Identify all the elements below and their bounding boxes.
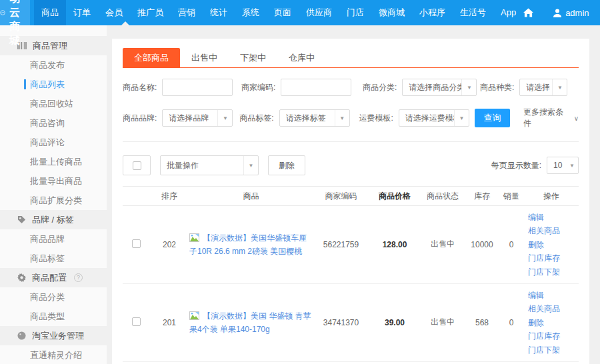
op-link[interactable]: 删除 xyxy=(528,316,544,329)
op-link[interactable]: 相关商品 xyxy=(528,302,560,315)
nav-item[interactable]: 订单 xyxy=(66,0,98,25)
user-menu[interactable]: admin xyxy=(553,8,589,18)
sidebar-item[interactable]: 批量上传商品 xyxy=(0,152,107,171)
sidebar-item[interactable]: 批量导出商品 xyxy=(0,171,107,191)
product-name-input[interactable] xyxy=(162,79,233,96)
nav-item[interactable]: 系统 xyxy=(235,0,267,25)
table-row: 202【演示数据】美国华盛顿车厘子10R 26.6 mm 2磅装 美国樱桃562… xyxy=(123,206,579,284)
column-header: 库存 xyxy=(465,191,499,202)
status-badge: 出售中 xyxy=(420,239,465,250)
filter-category: 商品分类: 请选择商品分类 ▼ xyxy=(363,79,480,96)
user-icon xyxy=(553,9,561,17)
nav-item[interactable]: 统计 xyxy=(203,0,235,25)
op-link[interactable]: 门店库存 xyxy=(528,251,560,265)
op-link[interactable]: 相关商品 xyxy=(528,224,560,237)
nav-item[interactable]: 推广员 xyxy=(130,0,171,25)
filter-label: 商品名称: xyxy=(123,82,157,93)
select-all-checkbox[interactable] xyxy=(133,161,141,170)
help-icon[interactable]: ? xyxy=(74,273,83,282)
column-header: 商品状态 xyxy=(420,191,465,202)
nav-item[interactable]: 门店 xyxy=(339,0,371,25)
op-link[interactable]: 门店下架 xyxy=(528,265,560,279)
op-link[interactable]: 门店库存 xyxy=(528,329,560,343)
app-logo[interactable]: 移动云商城 xyxy=(0,0,30,25)
filter-kind: 商品种类: 请选择 ▼ xyxy=(480,79,567,96)
username: admin xyxy=(565,8,589,18)
tab[interactable]: 下架中 xyxy=(229,48,277,67)
search-button[interactable]: 查询 xyxy=(475,109,510,127)
nav-item[interactable]: 页面 xyxy=(267,0,299,25)
sidebar-item[interactable]: 商品分类 xyxy=(0,287,107,307)
freight-template-select[interactable]: 请选择运费模板 ▼ xyxy=(399,109,469,127)
sidebar-item[interactable]: 商品扩展分类 xyxy=(0,191,107,210)
sidebar-section-label: 商品管理 xyxy=(33,40,67,52)
nav-item[interactable]: 供应商 xyxy=(299,0,339,25)
product-table: 排序商品商家编码商品价格商品状态库存销量操作 202【演示数据】美国华盛顿车厘子… xyxy=(123,186,579,364)
row-checkbox[interactable] xyxy=(132,317,141,326)
column-header: 销量 xyxy=(499,191,524,202)
category-select[interactable]: 请选择商品分类 ▼ xyxy=(402,79,477,96)
sidebar-section-title[interactable]: 品牌 / 标签 xyxy=(0,210,107,229)
status-badge: 出售中 xyxy=(420,317,465,328)
tab[interactable]: 出售中 xyxy=(180,48,229,67)
sidebar-item[interactable]: 商品评论 xyxy=(0,133,107,152)
filter-label: 商品品牌: xyxy=(123,113,157,124)
brand-select[interactable]: 请选择品牌 ▼ xyxy=(162,109,233,127)
header-right: admin xyxy=(523,0,600,25)
tag-select[interactable]: 请选择标签 ▼ xyxy=(279,109,350,127)
sidebar-item[interactable]: 商品咨询 xyxy=(0,113,107,133)
sidebar-item[interactable]: 商品类型 xyxy=(0,307,107,326)
filter-brand: 商品品牌: 请选择品牌 ▼ xyxy=(123,109,239,127)
sidebar-item[interactable]: 直通精灵介绍 xyxy=(0,345,107,364)
sidebar-item[interactable]: 商品品牌 xyxy=(0,229,107,249)
sort-value: 201 xyxy=(149,318,189,327)
sales-value: 0 xyxy=(499,318,524,327)
op-link[interactable]: 编辑 xyxy=(528,289,544,302)
op-link[interactable]: 编辑 xyxy=(528,211,544,224)
per-page-select[interactable]: 10 ▼ xyxy=(547,157,579,174)
filter-merchant-code: 商家编码: xyxy=(241,79,363,96)
column-header: 商品价格 xyxy=(369,191,420,202)
sidebar-item[interactable]: 商品回收站 xyxy=(0,94,107,113)
sidebar-item[interactable]: 商品发布 xyxy=(0,55,107,75)
column-header: 商家编码 xyxy=(313,191,369,202)
op-link[interactable]: 删除 xyxy=(528,238,544,251)
nav-item[interactable]: 小程序 xyxy=(412,0,453,25)
batch-action-select[interactable]: 批量操作 ▼ xyxy=(160,155,259,175)
table-toolbar: 批量操作 ▼ 删除 每页显示数量: 10 ▼ xyxy=(123,155,579,175)
filter-label: 商品分类: xyxy=(363,82,397,93)
nav-item[interactable]: 生活号 xyxy=(453,0,493,25)
row-operations: 编辑相关商品删除门店库存门店下架 xyxy=(524,289,579,357)
product-link[interactable]: 【演示数据】美国 华盛顿 青苹果4个装 单果140-170g xyxy=(189,309,313,337)
nav-item[interactable]: 商品 xyxy=(34,0,66,25)
more-filters-link[interactable]: 更多搜索条件 ∨ xyxy=(523,107,579,129)
column-header: 商品 xyxy=(189,191,313,202)
filter-panel: 商品名称: 商家编码: 商品分类: 请选择商品分类 ▼ 商品种类: 请选择 ▼ xyxy=(123,68,579,142)
product-link[interactable]: 【演示数据】美国华盛顿车厘子10R 26.6 mm 2磅装 美国樱桃 xyxy=(189,231,313,259)
merchant-code-input[interactable] xyxy=(281,79,351,96)
main-panel: 全部商品出售中下架中仓库中 商品名称: 商家编码: 商品分类: 请选择商品分类 … xyxy=(112,39,589,364)
caret-down-icon: ▼ xyxy=(566,157,578,173)
sidebar-item[interactable]: 商品列表 xyxy=(0,75,107,94)
taobao-icon xyxy=(17,331,26,340)
stock-value: 10000 xyxy=(465,240,499,249)
nav-item[interactable]: App xyxy=(493,0,523,25)
filter-label: 商品标签: xyxy=(239,113,273,124)
filter-product-name: 商品名称: xyxy=(123,79,241,96)
delete-button[interactable]: 删除 xyxy=(268,155,305,175)
nav-item[interactable]: 微商城 xyxy=(371,0,412,25)
product-image-placeholder-icon xyxy=(189,311,199,320)
caret-down-icon: ▼ xyxy=(243,156,258,175)
tab[interactable]: 全部商品 xyxy=(123,48,180,67)
sidebar-section-title[interactable]: 淘宝业务管理 xyxy=(0,326,107,345)
sidebar-item[interactable]: 商品标签 xyxy=(0,249,107,268)
op-link[interactable]: 门店下架 xyxy=(528,343,560,357)
kind-select[interactable]: 请选择 ▼ xyxy=(519,79,567,96)
home-button[interactable] xyxy=(523,8,533,17)
tab[interactable]: 仓库中 xyxy=(277,48,326,67)
nav-item[interactable]: 营销 xyxy=(171,0,203,25)
column-header: 操作 xyxy=(524,189,579,203)
sidebar-section-title[interactable]: 商品配置? xyxy=(0,268,107,287)
row-operations: 编辑相关商品删除门店库存门店下架 xyxy=(524,211,579,279)
row-checkbox[interactable] xyxy=(132,239,141,248)
